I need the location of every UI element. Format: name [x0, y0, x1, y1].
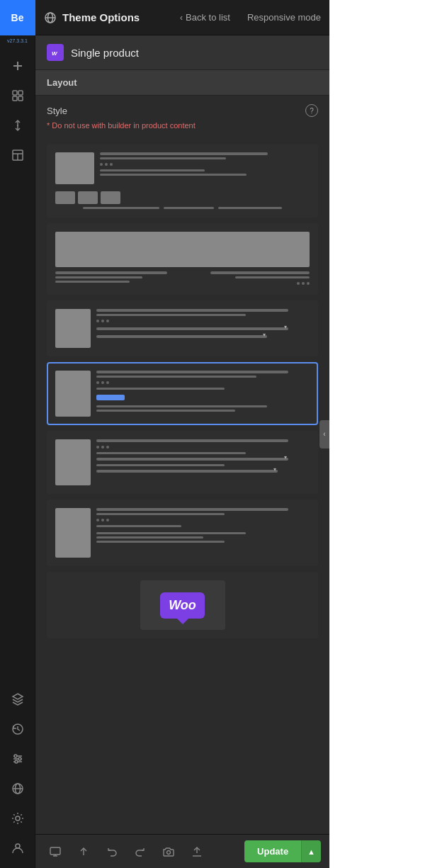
collapse-panel-button[interactable]: ‹ — [319, 420, 329, 449]
arrow-up-icon[interactable] — [72, 840, 95, 863]
sliders-icon[interactable] — [4, 745, 32, 773]
style-label: Style — [47, 106, 67, 116]
back-label: Back to list — [186, 12, 230, 23]
desktop-icon[interactable] — [44, 840, 67, 863]
import-export-icon[interactable] — [4, 111, 32, 140]
sidebar-icons-bottom — [4, 685, 32, 868]
layout-options: ▾ ▾ — [35, 144, 329, 655]
grid-icon[interactable] — [4, 81, 32, 110]
svg-point-16 — [14, 755, 17, 757]
style-option-5[interactable]: ▾ ▾ — [47, 431, 318, 494]
svg-point-18 — [15, 760, 18, 763]
content-area: Layout Style ? * Do not use with builder… — [35, 70, 329, 834]
extra-icon[interactable] — [186, 840, 208, 863]
theme-options-globe-icon — [44, 11, 57, 24]
update-group: Update ▲ — [244, 840, 321, 862]
layout-icon[interactable] — [4, 141, 32, 169]
update-arrow-button[interactable]: ▲ — [301, 840, 321, 862]
svg-rect-3 — [18, 91, 23, 95]
style-option-4[interactable] — [47, 362, 318, 425]
update-button[interactable]: Update — [244, 840, 301, 862]
svg-point-22 — [16, 816, 20, 821]
be-logo: Be — [0, 0, 35, 35]
woo-logo: Woo — [140, 580, 225, 630]
svg-rect-4 — [13, 96, 17, 101]
svg-marker-11 — [13, 694, 23, 699]
svg-point-32 — [167, 850, 171, 854]
woo-text: Woo — [169, 598, 196, 613]
svg-rect-29 — [50, 847, 60, 855]
svg-point-23 — [16, 844, 20, 848]
style-section: Style ? * Do not use with builder in pro… — [35, 96, 329, 144]
globe-bottom-icon[interactable] — [4, 774, 32, 803]
style-info-icon[interactable]: ? — [305, 104, 318, 117]
style-option-6[interactable] — [47, 500, 318, 566]
responsive-mode-button[interactable]: Responsive mode — [247, 12, 321, 23]
left-sidebar: Be v27.3.3.1 — [0, 0, 35, 868]
top-bar-title: Theme Options — [62, 11, 174, 23]
style-option-1[interactable] — [47, 144, 318, 218]
back-to-list-button[interactable]: ‹ Back to list — [180, 12, 230, 23]
redo-icon[interactable] — [129, 840, 152, 863]
svg-point-17 — [18, 757, 21, 760]
style-row: Style ? — [47, 104, 318, 117]
version-tag: v27.3.3.1 — [0, 35, 35, 46]
settings-icon[interactable] — [4, 804, 32, 833]
style-option-woo[interactable]: Woo — [47, 572, 318, 638]
plus-icon[interactable] — [4, 52, 32, 80]
style-option-3[interactable]: ▾ ▾ — [47, 300, 318, 356]
layers-icon[interactable] — [4, 685, 32, 714]
history-icon[interactable] — [4, 715, 32, 743]
style-option-2[interactable] — [47, 223, 318, 295]
woo-small-icon: W — [47, 44, 64, 61]
svg-rect-5 — [18, 96, 23, 101]
back-chevron-icon: ‹ — [180, 13, 183, 23]
bottom-toolbar: Update ▲ — [35, 834, 329, 868]
undo-icon[interactable] — [101, 840, 123, 863]
main-panel: Theme Options ‹ Back to list Responsive … — [35, 0, 329, 868]
style-warning: * Do not use with builder in product con… — [47, 121, 318, 130]
woo-speech-bubble: Woo — [160, 592, 205, 619]
preview-panel: ‹ — [329, 0, 447, 868]
user-icon[interactable] — [4, 834, 32, 862]
section-title: Single product — [71, 47, 139, 59]
section-header: W Single product — [35, 35, 329, 70]
sidebar-icons-top — [4, 46, 32, 685]
svg-rect-2 — [13, 91, 17, 95]
camera-icon[interactable] — [157, 840, 180, 863]
layout-label: Layout — [35, 70, 329, 96]
top-bar: Theme Options ‹ Back to list Responsive … — [35, 0, 329, 35]
